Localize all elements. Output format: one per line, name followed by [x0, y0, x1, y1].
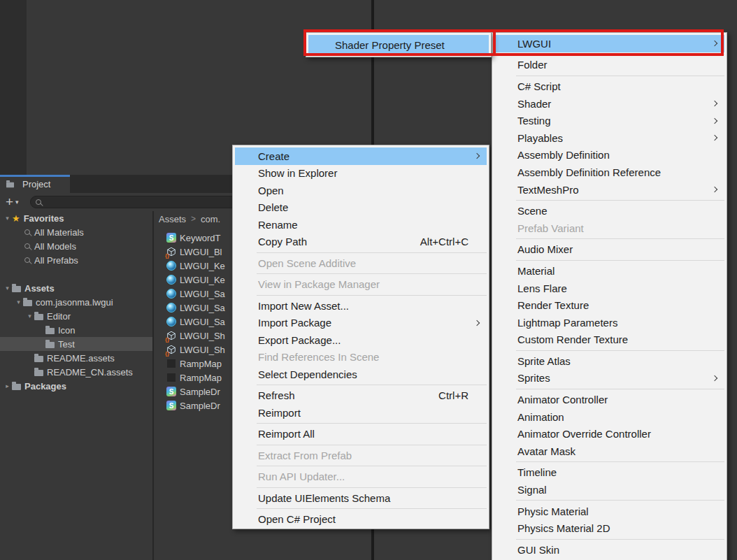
tree-item-test[interactable]: Test: [0, 337, 152, 351]
collapse-arrow-icon[interactable]: ▸: [3, 382, 12, 389]
shader-icon: [166, 331, 176, 340]
menu-item-animation[interactable]: Animation: [494, 408, 724, 426]
menu-item-scene[interactable]: Scene: [494, 202, 724, 220]
menu-item-run-api-updater: Run API Updater...: [235, 468, 487, 486]
menu-item-assembly-definition[interactable]: Assembly Definition: [494, 147, 724, 164]
folder-open-icon: [23, 300, 32, 306]
expand-arrow-icon[interactable]: ▾: [3, 285, 12, 292]
menu-item-sprites[interactable]: Sprites: [494, 370, 724, 387]
tree-spacer: [0, 267, 152, 281]
expand-arrow-icon[interactable]: ▾: [3, 215, 12, 222]
csharp-script-icon: [166, 233, 176, 243]
context-menu: Create Show in Explorer Open Delete Rena…: [232, 145, 489, 529]
menu-separator: [257, 466, 487, 466]
chevron-right-icon: >: [191, 214, 196, 224]
submenu-arrow-icon: [712, 187, 717, 192]
tree-item-readme-cn-assets[interactable]: README_CN.assets: [0, 365, 152, 379]
menu-item-import-package[interactable]: Import Package: [235, 315, 487, 332]
menu-item-textmeshpro[interactable]: TextMeshPro: [494, 181, 724, 199]
menu-item-copy-path[interactable]: Copy PathAlt+Ctrl+C: [235, 234, 487, 251]
menu-item-lwgui[interactable]: LWGUI: [494, 35, 724, 52]
expand-arrow-icon[interactable]: ▾: [14, 299, 23, 306]
chevron-down-icon[interactable]: ▾: [15, 199, 19, 206]
menu-item-shader-property-preset[interactable]: Shader Property Preset: [308, 35, 489, 55]
menu-item-lightmap-parameters[interactable]: Lightmap Parameters: [494, 314, 724, 331]
menu-separator: [516, 389, 724, 389]
tab-project[interactable]: Project: [0, 175, 70, 193]
submenu-arrow-icon: [474, 320, 480, 326]
menu-item-avatar-mask[interactable]: Avatar Mask: [494, 443, 724, 460]
menu-item-open[interactable]: Open: [235, 182, 487, 199]
folder-icon: [45, 328, 55, 334]
menu-item-assembly-definition-reference[interactable]: Assembly Definition Reference: [494, 164, 724, 181]
breadcrumb-current[interactable]: com.: [201, 214, 220, 224]
menu-item-animator-controller[interactable]: Animator Controller: [494, 391, 724, 408]
tree-item-editor[interactable]: ▾ Editor: [0, 309, 152, 323]
menu-item-lens-flare[interactable]: Lens Flare: [494, 280, 724, 297]
tree-item-assets[interactable]: ▾ Assets: [0, 281, 152, 295]
menu-item-view-in-package-manager: View in Package Manager: [235, 276, 487, 294]
menu-separator: [516, 539, 724, 540]
menu-item-shader[interactable]: Shader: [494, 95, 724, 113]
tree-item-favorites[interactable]: ▾ ★ Favorites: [0, 211, 152, 225]
csharp-script-icon: [166, 401, 176, 410]
menu-item-import-new-asset[interactable]: Import New Asset...: [235, 297, 487, 315]
create-asset-button[interactable]: +: [6, 195, 13, 209]
menu-separator: [516, 461, 724, 462]
menu-item-folder[interactable]: Folder: [494, 57, 724, 74]
menu-item-open-csharp-project[interactable]: Open C# Project: [235, 511, 487, 529]
menu-item-audio-mixer[interactable]: Audio Mixer: [494, 241, 724, 259]
unity-editor: Project + ▾ ▾ ★ Favorites All Materi: [0, 0, 737, 560]
folder-icon: [34, 356, 43, 362]
menu-item-rename[interactable]: Rename: [235, 216, 487, 234]
menu-item-update-uielements-schema[interactable]: Update UIElements Schema: [235, 489, 487, 507]
menu-item-open-scene-additive: Open Scene Additive: [235, 254, 487, 272]
menu-item-sprite-atlas[interactable]: Sprite Atlas: [494, 352, 724, 370]
menu-separator: [257, 385, 487, 385]
menu-item-playables[interactable]: Playables: [494, 129, 724, 147]
tree-item-all-prefabs[interactable]: All Prefabs: [0, 253, 152, 267]
breadcrumb-assets[interactable]: Assets: [159, 214, 186, 224]
tree-item-com-jasonma-lwgui[interactable]: ▾ com.jasonma.lwgui: [0, 295, 152, 309]
material-icon: [166, 317, 176, 326]
menu-item-reimport[interactable]: Reimport: [235, 404, 487, 422]
menu-item-testing[interactable]: Testing: [494, 112, 724, 129]
folder-icon: [34, 370, 43, 376]
create-submenu: LWGUI Folder C# Script Shader Testing Pl…: [492, 32, 727, 560]
menu-item-export-package[interactable]: Export Package...: [235, 331, 487, 349]
menu-item-refresh[interactable]: RefreshCtrl+R: [235, 387, 487, 405]
folder-icon: [45, 342, 55, 348]
tree-item-packages[interactable]: ▸ Packages: [0, 379, 152, 393]
menu-item-timeline[interactable]: Timeline: [494, 464, 724, 482]
menu-separator: [516, 76, 724, 76]
menu-item-reimport-all[interactable]: Reimport All: [235, 426, 487, 443]
menu-item-custom-render-texture[interactable]: Custom Render Texture: [494, 331, 724, 349]
menu-separator: [257, 273, 487, 274]
shortcut-label: Ctrl+R: [438, 389, 468, 401]
menu-item-delete[interactable]: Delete: [235, 199, 487, 217]
tree-item-icon[interactable]: Icon: [0, 323, 152, 337]
menu-separator: [257, 508, 487, 509]
menu-item-show-in-explorer[interactable]: Show in Explorer: [235, 165, 487, 182]
submenu-arrow-icon: [712, 101, 717, 106]
texture-icon: [166, 373, 176, 382]
menu-item-physic-material[interactable]: Physic Material: [494, 503, 724, 520]
menu-item-signal[interactable]: Signal: [494, 481, 724, 498]
tree-item-readme-assets[interactable]: README.assets: [0, 351, 152, 365]
menu-item-animator-override-controller[interactable]: Animator Override Controller: [494, 425, 724, 443]
menu-item-prefab-variant: Prefab Variant: [494, 220, 724, 237]
menu-item-create[interactable]: Create: [235, 148, 487, 165]
expand-arrow-icon[interactable]: ▾: [25, 313, 34, 320]
menu-separator: [257, 252, 487, 253]
tree-item-all-materials[interactable]: All Materials: [0, 225, 152, 239]
menu-item-material[interactable]: Material: [494, 262, 724, 280]
material-icon: [166, 303, 176, 313]
menu-item-gui-skin[interactable]: GUI Skin: [494, 541, 724, 559]
submenu-arrow-icon: [474, 153, 480, 159]
menu-item-physics-material-2d[interactable]: Physics Material 2D: [494, 519, 724, 537]
tree-item-all-models[interactable]: All Models: [0, 239, 152, 253]
menu-item-csharp-script[interactable]: C# Script: [494, 78, 724, 95]
menu-item-render-texture[interactable]: Render Texture: [494, 296, 724, 314]
lwgui-submenu: Shader Property Preset: [306, 32, 492, 57]
menu-item-select-dependencies[interactable]: Select Dependencies: [235, 366, 487, 383]
